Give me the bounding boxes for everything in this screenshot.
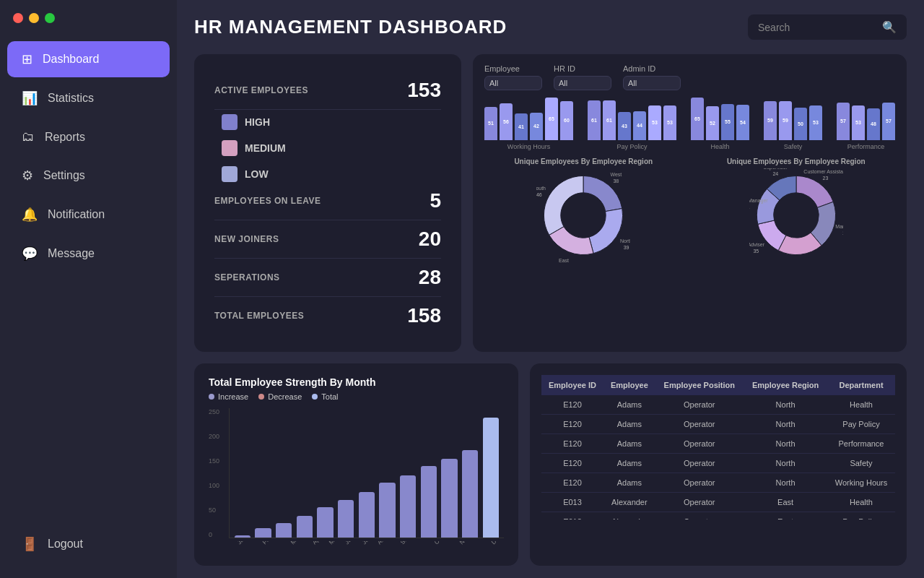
table-cell: Operator [655,454,744,473]
sidebar-item-logout[interactable]: 🚪 Logout [7,526,170,562]
window-controls [13,13,55,23]
svg-text:Assistant Manager: Assistant Manager [749,198,768,204]
table-cell: Operator [655,434,744,454]
table-cell: Pay Policy [827,512,895,520]
hr-card: Employee All HR ID All Admin ID All [473,54,907,352]
table-cell: E120 [541,434,604,454]
bar-chart-bar [441,459,457,538]
table-cell: E120 [541,473,604,493]
legend-high: HIGH [222,114,286,130]
svg-text:South: South [536,185,546,190]
x-axis-label: October [429,541,453,548]
table-row: E120AdamsOperatorNorthPay Policy [541,415,895,434]
bar-chart-col [253,528,274,538]
adminid-filter-select[interactable]: All [623,76,681,90]
bar-item: 61 [603,100,616,140]
bar-item: 57 [837,103,850,139]
bar-chart-bar [276,523,292,538]
bar-item: 61 [588,100,601,140]
bar-chart-col [440,459,460,538]
table-cell: Pay Policy [827,415,895,434]
new-joiners-value: 20 [419,228,441,251]
legend-low-label: LOW [245,168,269,180]
search-icon: 🔍 [882,20,897,34]
x-axis-label: January [232,541,256,548]
sidebar-label-logout: Logout [48,538,83,551]
legend-decrease: Decrease [258,392,302,401]
maximize-button[interactable] [45,13,55,23]
table-cell: E120 [541,415,604,434]
legend-increase-label: Increase [218,392,248,401]
table-cell: North [744,454,827,473]
page-title: HR MANAGEMENT DASHBOARD [194,16,507,38]
header: HR MANAGEMENT DASHBOARD 🔍 [194,14,907,40]
table-cell: E120 [541,395,604,415]
bar-item: 53 [663,105,676,140]
sidebar-label-notification: Notification [48,208,105,221]
hrid-filter-select[interactable]: All [554,76,611,90]
sidebar-item-message[interactable]: 💬 Message [7,236,170,272]
bar-chart-bar [317,507,333,538]
employee-filter-select[interactable]: All [484,76,542,90]
close-button[interactable] [13,13,23,23]
bar-chart-bar [297,516,313,538]
bar-item: 55 [721,104,734,140]
bar-chart-bar [462,450,478,538]
message-icon: 💬 [22,246,38,262]
bar-item: 65 [545,98,558,140]
table-cell: Operator [655,473,744,493]
sidebar-item-statistics[interactable]: 📊 Statistics [7,80,170,116]
table-header-row: Employee IDEmployeeEmployee PositionEmpl… [541,375,895,395]
sidebar-item-settings[interactable]: ⚙ Settings [7,158,170,194]
sidebar-label-message: Message [48,247,95,260]
top-cards-row: ACTIVE EMPLOYEES 153 HIGH MEDIUM LOW [194,54,907,352]
bar-group: 616143445353Pay Policy [588,100,676,150]
svg-text:23: 23 [822,176,828,181]
bar-chart-col [295,516,315,538]
stat-active-employees: ACTIVE EMPLOYEES 153 [214,72,441,110]
table-cell: Adams [603,473,655,493]
search-input[interactable] [758,22,876,33]
table-cell: Operator [655,415,744,434]
legend-decrease-dot [258,394,264,400]
table-col-header: Employee ID [541,375,604,395]
table-cell: Adams [603,395,655,415]
table-cell: North [744,473,827,493]
svg-text:North: North [620,238,630,243]
sidebar-item-reports[interactable]: 🗂 Reports [7,119,170,155]
svg-text:Adviser: Adviser [749,242,765,247]
svg-text:31: 31 [749,204,750,210]
table-row: E013AlexanderOperatorEastHealth [541,493,895,512]
hrid-filter-label: HR ID [554,64,611,73]
bar-group: 57534857Performance [837,103,895,150]
legend-high-label: HIGH [245,116,270,128]
sidebar-item-dashboard[interactable]: ⊞ Dashboard [7,41,170,77]
sidebar-item-notification[interactable]: 🔔 Notification [7,197,170,233]
bar-chart-bar [255,528,271,538]
table-cell: Operator [655,493,744,512]
bar-item: 51 [484,107,497,140]
bar-chart-bar [359,492,375,538]
bar-chart-bar [235,535,250,538]
bar-chart-col [274,523,294,538]
table-cell: E013 [541,493,604,512]
employee-table-scroll[interactable]: Employee IDEmployeeEmployee PositionEmpl… [541,375,895,519]
table-cell: Health [827,395,895,415]
sidebar-label-reports: Reports [45,131,85,144]
svg-text:West: West [611,171,622,176]
legend-medium-box [222,140,237,156]
adminid-filter-label: Admin ID [623,64,681,73]
bar-item: 59 [779,101,792,139]
stat-on-leave: EMPLOYEES ON LEAVE 5 [214,182,441,220]
notification-icon: 🔔 [22,207,38,223]
x-axis-label: June [339,541,356,548]
x-axis-labels: JanuaryFeburaryMarchAprilMayJuneJulyAugu… [229,541,504,548]
search-bar[interactable]: 🔍 [748,14,907,40]
stat-total-employees: TOTAL EMPLOYEES 158 [214,297,441,335]
y-axis: 250 200 150 100 50 0 [209,408,229,538]
table-cell: Alexander [603,512,655,520]
bar-chart-bar [379,483,395,538]
minimize-button[interactable] [29,13,39,23]
logout-icon: 🚪 [22,536,38,552]
donut-svg-wrap: Customer Assistant23Manager23Operator22A… [749,168,843,262]
